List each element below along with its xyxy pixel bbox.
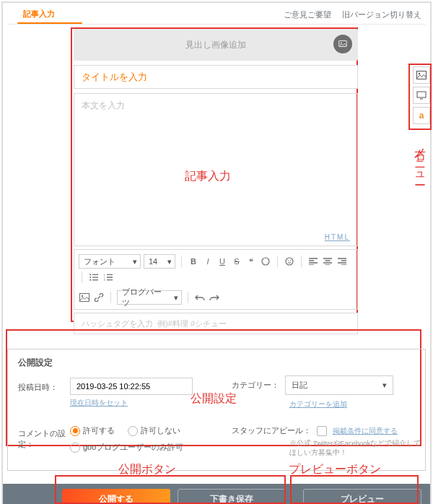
category-select[interactable]: 日記 ▾ [285,375,393,395]
align-left-button[interactable] [307,256,319,267]
svg-rect-16 [417,92,426,97]
set-now-link[interactable]: 現在日時をセット [70,399,128,407]
chevron-down-icon: ▾ [174,293,178,303]
link-feedback[interactable]: ご意見ご要望 [284,10,331,19]
chevron-down-icon: ▾ [133,257,137,266]
undo-button[interactable] [194,292,206,303]
datetime-label: 投稿日時： [18,378,70,393]
svg-point-7 [89,277,91,278]
svg-point-4 [288,260,289,261]
annotation-sidemenu-label: 右メニュー [412,140,427,179]
category-label: カテゴリー： [232,380,279,391]
align-right-button[interactable] [336,256,348,267]
side-preview-button[interactable] [413,87,430,104]
redo-button[interactable] [209,292,220,303]
side-image-button[interactable] [413,66,430,84]
font-select[interactable]: フォント ▾ [79,254,141,269]
appeal-terms-link[interactable]: 掲載条件に同意する [333,426,398,436]
hero-image-add[interactable]: 見出し画像追加 [74,29,358,61]
text-color-button[interactable] [260,256,271,267]
blogparts-select[interactable]: ブログパーツ ▾ [117,290,182,305]
editor-toolbar: フォント ▾ 14 ▾ B I U S ❝ [74,249,358,310]
link-switch-old-version[interactable]: 旧バージョン切り替え [342,10,421,19]
chevron-down-icon: ▾ [167,257,172,266]
bottom-action-bar: 公開する 下書き保存 プレビュー [3,484,430,504]
publish-settings-panel: 公開設定 投稿日時： 現在日時をセット カテゴリー： 日記 ▾ カテゴリーを追加… [7,349,426,471]
html-mode-link[interactable]: HTML [325,233,350,241]
svg-point-2 [262,258,269,265]
svg-rect-14 [417,71,427,79]
list-bullet-button[interactable] [88,271,100,283]
italic-button[interactable]: I [202,256,214,267]
publish-button[interactable]: 公開する [62,489,170,504]
comment-goo-only-radio[interactable]: gooブログユーザーのみ許可 [70,442,183,453]
comment-deny-radio[interactable]: 許可しない [128,425,180,436]
svg-text:3: 3 [104,278,105,281]
svg-point-1 [341,42,342,43]
chevron-down-icon: ▾ [382,381,387,390]
insert-image-button[interactable] [79,292,90,303]
appeal-note: ※公式 TwitterやFacebookなどで紹介してほしい方募集中！ [289,439,425,458]
comment-label: コメントの設定： [18,412,70,450]
appeal-checkbox[interactable] [317,426,327,436]
hero-image-label: 見出し画像追加 [185,39,246,51]
emoji-button[interactable] [284,256,295,267]
svg-point-3 [286,258,293,265]
insert-link-button[interactable] [93,292,105,303]
svg-point-5 [290,260,291,261]
side-amazon-button[interactable]: a [413,107,430,124]
comment-allow-radio[interactable]: 許可する [70,425,115,436]
svg-point-8 [89,279,91,281]
save-draft-button[interactable]: 下書き保存 [178,489,286,504]
tab-article-input[interactable]: 記事入力 [12,6,66,24]
title-input[interactable] [74,66,357,88]
body-placeholder: 本文を入力 [82,100,125,110]
quote-button[interactable]: ❝ [245,256,257,267]
list-number-button[interactable]: 123 [102,271,114,283]
publish-heading: 公開設定 [18,357,415,369]
hashtag-input[interactable] [74,313,358,334]
underline-button[interactable]: U [216,256,228,267]
font-size-select[interactable]: 14 ▾ [144,254,175,269]
appeal-label: スタッフにアピール： [232,425,311,436]
preview-button[interactable]: プレビュー [303,489,421,504]
tab-divider [7,24,426,25]
svg-point-13 [82,295,83,297]
body-textarea[interactable]: 本文を入力 HTML [74,93,358,246]
svg-point-6 [89,274,91,275]
category-add-link[interactable]: カテゴリーを追加 [289,400,347,408]
bold-button[interactable]: B [188,256,199,267]
strike-button[interactable]: S [231,256,242,267]
align-center-button[interactable] [322,256,333,267]
svg-rect-12 [80,294,89,302]
image-icon[interactable] [333,35,352,53]
svg-point-15 [419,73,420,74]
datetime-input[interactable] [70,378,193,395]
